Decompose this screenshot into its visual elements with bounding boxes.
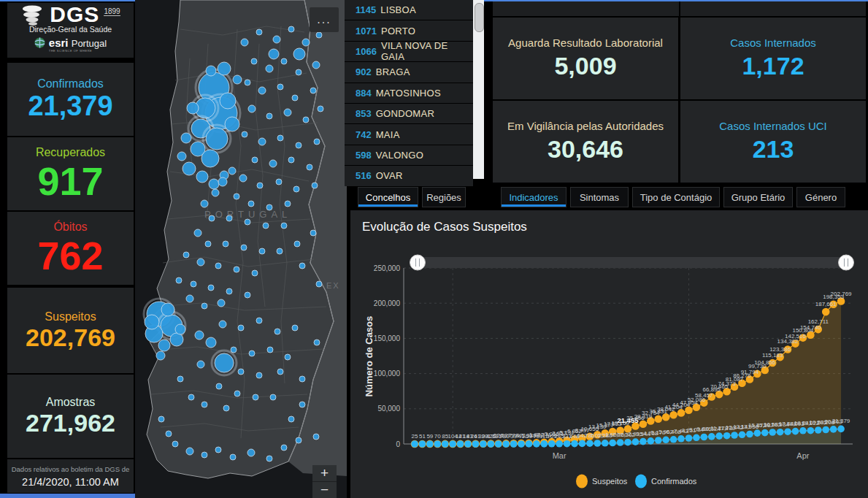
- dgs-globe-icon: [20, 4, 45, 26]
- list-item[interactable]: 1145LISBOA: [345, 0, 473, 20]
- dgs-year: 1899: [104, 7, 120, 16]
- map-bubble: [201, 303, 207, 309]
- list-item-count: 902: [356, 66, 372, 77]
- point-label: 162,711: [808, 318, 829, 325]
- map-bubble: [313, 434, 319, 440]
- map-zoom-out-button[interactable]: −: [312, 482, 337, 498]
- list-item[interactable]: 742MAIA: [345, 124, 473, 145]
- chart-point-confirmados: [518, 440, 525, 448]
- point-label: 13: [488, 433, 494, 440]
- chart-point-suspeitos: [822, 308, 830, 316]
- time-slider-handle-left[interactable]: [410, 255, 426, 270]
- map-bubble: [258, 138, 266, 145]
- tab-tipo-de-contágio[interactable]: Tipo de Contágio: [632, 187, 720, 207]
- footer-note: Dados relativos ao boletim da DGS de: [12, 465, 130, 473]
- map-bubble: [296, 142, 302, 148]
- map-bubble: [191, 281, 196, 287]
- list-item-name: MATOSINHOS: [376, 88, 441, 99]
- indicator-label: Casos Internados: [730, 37, 816, 49]
- tab-label: Grupo Etário: [731, 192, 786, 203]
- list-item[interactable]: 598VALONGO: [345, 145, 473, 166]
- chart-point-confirmados: [662, 437, 669, 444]
- list-item[interactable]: 1071PORTO: [345, 20, 473, 41]
- point-label: 70: [434, 433, 441, 440]
- point-label: 39: [510, 433, 517, 440]
- list-item[interactable]: 884MATOSINHOS: [345, 83, 473, 104]
- time-slider-handle-right[interactable]: [839, 255, 854, 270]
- tab-label: Indicadores: [509, 192, 558, 203]
- tab-regiões[interactable]: Regiões: [422, 187, 466, 207]
- map-bubble: [245, 292, 250, 298]
- map-bubble: [196, 171, 208, 183]
- tab-indicadores[interactable]: Indicadores: [501, 187, 566, 207]
- tab-sintomas[interactable]: Sintomas: [570, 187, 629, 207]
- map-bubble: [281, 445, 287, 451]
- map-bubble: [206, 337, 216, 348]
- chart-point-confirmados: [677, 435, 685, 443]
- map-bubble: [252, 270, 258, 276]
- map-bubble: [226, 288, 232, 294]
- map-bubble: [310, 230, 316, 236]
- list-item[interactable]: 516OVAR: [345, 166, 473, 186]
- list-scrollbar[interactable]: [473, 0, 484, 179]
- map-bubble: [277, 248, 283, 254]
- point-label: 134,382: [777, 338, 799, 345]
- tab-género[interactable]: Género: [796, 187, 845, 207]
- chart-point-confirmados: [784, 428, 791, 435]
- map-bubble: [316, 281, 322, 287]
- tab-grupo-etário[interactable]: Grupo Etário: [723, 187, 793, 207]
- map-bubble: [267, 347, 273, 353]
- time-slider-track[interactable]: [411, 257, 853, 268]
- list-item[interactable]: 1066VILA NOVA DE GAIA: [345, 42, 473, 62]
- stat-label: Suspeitos: [45, 310, 96, 323]
- map-bubble: [175, 324, 185, 334]
- map-bubble: [186, 295, 193, 302]
- point-label: 104,856: [754, 359, 775, 366]
- map-zoom-in-button[interactable]: +: [312, 465, 337, 482]
- map-bubble: [256, 29, 262, 35]
- map-bubble: [299, 402, 305, 407]
- month-label: Mar: [553, 451, 566, 460]
- point-label: 154,740: [800, 324, 821, 331]
- chart-point-confirmados: [754, 429, 761, 437]
- esri-tagline: THE SCIENCE OF WHERE: [49, 49, 93, 53]
- indicator-value: 30,646: [548, 135, 623, 164]
- list-item[interactable]: 902BRAGA: [345, 62, 473, 83]
- legend-marker-suspeitos[interactable]: [576, 475, 588, 489]
- map-bubble: [220, 93, 236, 109]
- map-bubble: [201, 402, 207, 407]
- map-bubble: [241, 245, 247, 250]
- map-bubble: [296, 437, 302, 443]
- list-item[interactable]: 853GONDOMAR: [345, 104, 473, 124]
- map-bubble: [258, 87, 266, 94]
- chart-point-confirmados: [449, 440, 456, 448]
- tab-concelhos[interactable]: Concelhos: [358, 187, 418, 207]
- chart-point-confirmados: [602, 440, 609, 447]
- list-item-count: 884: [356, 88, 372, 99]
- chart-point-confirmados: [541, 440, 548, 448]
- map-bubble: [201, 150, 219, 167]
- map-bubble: [156, 351, 165, 360]
- legend-marker-confirmados[interactable]: [635, 475, 647, 489]
- list-item-count: 1145: [356, 4, 376, 15]
- map-bubble: [245, 80, 250, 85]
- map-bubble: [266, 65, 273, 72]
- list-scrollbar-thumb[interactable]: [475, 3, 484, 32]
- bottom-accent-bar: [0, 494, 135, 498]
- chart-point-confirmados: [739, 432, 746, 439]
- legend-label-confirmados: Confirmados: [651, 477, 697, 486]
- map-more-options-button[interactable]: ...: [310, 7, 339, 32]
- y-tick-label: 200,000: [374, 299, 401, 307]
- indicator-card: Casos Internados UCI213: [680, 101, 866, 183]
- map-bubble: [247, 449, 255, 456]
- portugal-map[interactable]: PORTUGALEX: [135, 0, 347, 498]
- point-label: 123,386: [769, 346, 791, 353]
- point-label: 59: [426, 433, 433, 440]
- stat-value: 762: [37, 235, 103, 277]
- point-label: 30: [503, 433, 510, 440]
- point-label: 142,516: [785, 333, 806, 340]
- map-bubble: [269, 160, 277, 167]
- chart-point-confirmados: [701, 434, 708, 441]
- concelhos-list: 1145LISBOA1071PORTO1066VILA NOVA DE GAIA…: [345, 0, 473, 186]
- chart-point-confirmados: [715, 432, 723, 440]
